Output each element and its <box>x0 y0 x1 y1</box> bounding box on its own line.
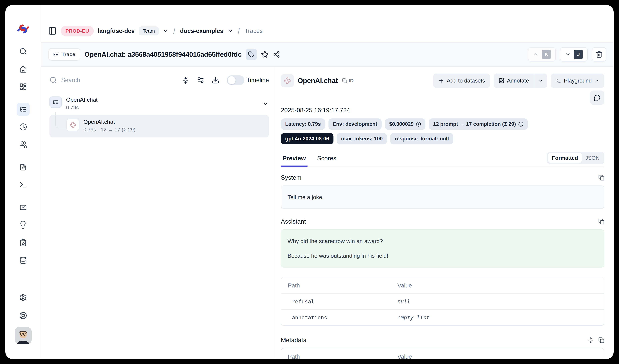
tree-search-row: Timeline <box>49 74 269 87</box>
annotate-button[interactable]: Annotate <box>494 74 534 88</box>
tree-node-generation[interactable]: OpenAI.chat 0.79s12 → 17 (Σ 29) <box>49 115 269 137</box>
node-text: OpenAI.chat 0.79s12 → 17 (Σ 29) <box>84 119 136 133</box>
node-duration: 0.79s <box>66 105 98 111</box>
copy-icon[interactable] <box>598 175 604 181</box>
home-icon[interactable] <box>17 63 30 76</box>
expand-icon[interactable] <box>588 337 594 343</box>
main-column: PROD-EU langfuse-dev Team / docs-example… <box>41 5 614 359</box>
search-icon[interactable] <box>17 45 30 58</box>
next-trace-button[interactable]: J <box>560 47 588 62</box>
sessions-icon[interactable] <box>17 121 30 134</box>
generation-icon <box>66 119 79 131</box>
annotation-icon[interactable] <box>17 236 30 249</box>
column-path: Path <box>281 277 397 294</box>
breadcrumb-separator: / <box>173 27 175 36</box>
collapse-all-icon[interactable] <box>182 76 189 84</box>
row-value: null <box>397 294 604 310</box>
detail-scroll-area[interactable]: System Tell me a joke. Assistant <box>281 167 604 359</box>
collapse-node-chevron-icon[interactable] <box>262 100 269 111</box>
stat-badges-row: Latency: 0.79s Env: development $0.00002… <box>281 119 604 130</box>
add-to-datasets-button[interactable]: Add to datasets <box>433 74 490 88</box>
left-rail <box>5 5 41 359</box>
playground-button[interactable]: Playground <box>551 74 604 88</box>
model-badge[interactable]: gpt-4o-2024-08-06 <box>281 133 334 144</box>
evaluation-icon[interactable] <box>17 201 30 214</box>
star-icon[interactable] <box>261 51 269 58</box>
user-avatar[interactable] <box>15 327 32 344</box>
dashboard-icon[interactable] <box>17 80 30 93</box>
trash-icon <box>596 51 603 58</box>
share-icon[interactable] <box>273 51 280 58</box>
previous-trace-button[interactable]: K <box>528 47 556 62</box>
comments-button[interactable] <box>590 91 604 105</box>
search-input[interactable] <box>61 77 178 84</box>
download-icon[interactable] <box>212 76 219 84</box>
max-tokens-badge: max_tokens: 100 <box>337 133 387 144</box>
copy-id-button[interactable]: ID <box>342 78 354 83</box>
annotate-label: Annotate <box>507 78 529 84</box>
row-path: refusal <box>281 294 397 310</box>
node-text: OpenAI.chat 0.79s <box>66 96 98 111</box>
format-json[interactable]: JSON <box>582 153 603 163</box>
table-header-row: Path Value <box>281 348 604 359</box>
support-icon[interactable] <box>17 309 30 322</box>
prompts-icon[interactable] <box>17 161 30 174</box>
delete-trace-button[interactable] <box>592 47 606 62</box>
tab-preview[interactable]: Preview <box>281 155 308 166</box>
traces-icon[interactable] <box>17 103 30 116</box>
cost-badge[interactable]: $0.000029 <box>385 119 425 130</box>
tree-connector <box>56 112 66 128</box>
column-value: Value <box>397 277 604 294</box>
generation-icon <box>281 74 294 87</box>
detail-header: OpenAI.chat ID Add to datasets <box>281 74 604 88</box>
breadcrumb-section[interactable]: Traces <box>245 27 263 34</box>
trace-type-label: Trace <box>61 51 75 58</box>
langfuse-logo[interactable] <box>16 24 30 34</box>
node-tokens: 12 → 17 (Σ 29) <box>101 127 136 133</box>
environment-badge[interactable]: PROD-EU <box>61 26 94 36</box>
latency-badge: Latency: 0.79s <box>281 119 325 130</box>
section-actions <box>598 175 604 181</box>
rail-nav <box>15 45 32 359</box>
trace-type-chip: Trace <box>48 48 80 61</box>
org-chevron-down-icon[interactable] <box>163 28 169 34</box>
timeline-label: Timeline <box>246 77 269 84</box>
system-message: Tell me a joke. <box>288 193 598 201</box>
search-icon <box>49 76 57 84</box>
row-value: empty list <box>397 310 604 325</box>
copy-icon[interactable] <box>598 337 604 343</box>
node-title: OpenAI.chat <box>84 119 136 125</box>
settings-icon[interactable] <box>17 291 30 304</box>
trace-title: OpenAI.chat: a3568a4051958f944016ad65ffe… <box>84 51 241 58</box>
section-actions <box>588 337 604 343</box>
system-heading: System <box>281 174 301 181</box>
breadcrumb-project[interactable]: docs-examples <box>180 27 224 34</box>
view-settings-icon[interactable] <box>197 76 204 84</box>
assistant-section-header: Assistant <box>281 218 604 225</box>
app-window: PROD-EU langfuse-dev Team / docs-example… <box>5 5 614 359</box>
trace-title-bar: Trace OpenAI.chat: a3568a4051958f944016a… <box>41 42 614 67</box>
tab-scores[interactable]: Scores <box>315 155 338 166</box>
playground-icon[interactable] <box>17 178 30 191</box>
trace-tree: OpenAI.chat 0.79s OpenAI.chat <box>49 96 269 137</box>
annotate-button-group: Annotate <box>494 74 547 88</box>
project-chevron-down-icon[interactable] <box>227 28 233 34</box>
users-icon[interactable] <box>17 138 30 151</box>
insights-icon[interactable] <box>17 219 30 231</box>
tag-icon[interactable] <box>246 49 257 60</box>
trace-node-icon <box>49 96 62 108</box>
copy-icon[interactable] <box>598 219 604 225</box>
org-role-badge: Team <box>139 27 159 35</box>
chevron-down-icon <box>565 51 571 57</box>
breadcrumb-org[interactable]: langfuse-dev <box>98 27 135 34</box>
datasets-icon[interactable] <box>17 254 30 267</box>
metadata-table: Path Value <box>281 348 604 359</box>
metadata-heading: Metadata <box>281 337 307 344</box>
annotate-dropdown-button[interactable] <box>534 74 547 88</box>
sidebar-toggle-icon[interactable] <box>48 27 57 35</box>
tree-node-root[interactable]: OpenAI.chat 0.79s <box>49 96 269 111</box>
timeline-toggle[interactable] <box>227 75 244 85</box>
copy-icon <box>342 78 347 83</box>
tokens-badge[interactable]: 12 prompt → 17 completion (Σ 29) <box>429 119 528 130</box>
format-formatted[interactable]: Formatted <box>548 153 581 163</box>
